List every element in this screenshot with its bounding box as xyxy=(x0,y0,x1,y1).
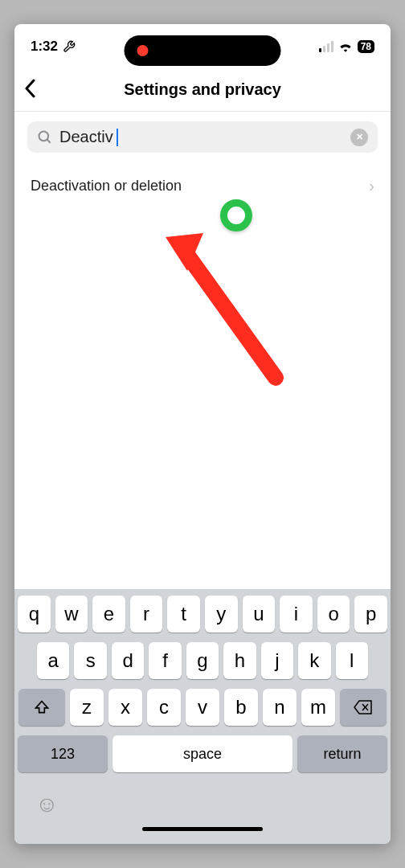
search-container: Deactiv ✕ xyxy=(14,112,391,162)
key-l[interactable]: l xyxy=(336,642,368,679)
dynamic-island xyxy=(125,35,281,66)
chevron-right-icon: › xyxy=(369,177,374,195)
key-o[interactable]: o xyxy=(317,596,350,633)
nav-header: Settings and privacy xyxy=(14,68,391,112)
space-key[interactable]: space xyxy=(112,735,292,772)
key-e[interactable]: e xyxy=(92,596,125,633)
back-button[interactable] xyxy=(24,76,35,104)
key-x[interactable]: x xyxy=(108,689,142,726)
key-m[interactable]: m xyxy=(301,689,335,726)
annotation-arrow-icon xyxy=(159,221,296,398)
status-time-area: 1:32 xyxy=(31,39,76,55)
battery-level: 78 xyxy=(361,41,371,52)
key-s[interactable]: s xyxy=(74,642,106,679)
key-k[interactable]: k xyxy=(298,642,330,679)
key-c[interactable]: c xyxy=(147,689,181,726)
key-n[interactable]: n xyxy=(263,689,297,726)
numbers-key[interactable]: 123 xyxy=(18,735,108,772)
return-key[interactable]: return xyxy=(297,735,387,772)
tools-icon xyxy=(63,40,76,53)
status-bar: 1:32 78 xyxy=(14,24,391,68)
clear-search-button[interactable]: ✕ xyxy=(350,129,368,146)
key-y[interactable]: y xyxy=(205,596,238,633)
key-q[interactable]: q xyxy=(18,596,51,633)
keyboard-row-3: z x c v b n m xyxy=(18,689,387,726)
key-f[interactable]: f xyxy=(149,642,181,679)
search-result-deactivation[interactable]: Deactivation or deletion › xyxy=(14,162,391,210)
backspace-icon xyxy=(354,700,373,714)
emoji-button[interactable]: ☺ xyxy=(35,792,59,817)
key-g[interactable]: g xyxy=(186,642,219,679)
cellular-signal-icon xyxy=(319,41,333,52)
svg-marker-4 xyxy=(166,233,203,271)
key-d[interactable]: d xyxy=(112,642,144,679)
annotation-highlight-circle xyxy=(220,199,252,231)
key-w[interactable]: w xyxy=(55,596,88,633)
keyboard-row-1: q w e r t y u i o p xyxy=(18,596,387,633)
search-icon xyxy=(37,129,53,145)
key-v[interactable]: v xyxy=(186,689,219,726)
key-b[interactable]: b xyxy=(224,689,258,726)
phone-screen: 1:32 78 Settings and privacy Deactiv ✕ xyxy=(14,24,391,844)
svg-point-0 xyxy=(39,131,49,141)
text-cursor xyxy=(117,129,118,146)
key-h[interactable]: h xyxy=(223,642,256,679)
key-u[interactable]: u xyxy=(243,596,276,633)
key-t[interactable]: t xyxy=(167,596,200,633)
page-title: Settings and privacy xyxy=(124,80,281,99)
status-time: 1:32 xyxy=(31,39,58,55)
svg-line-3 xyxy=(183,249,276,378)
recording-indicator-icon xyxy=(137,45,149,56)
search-input[interactable]: Deactiv xyxy=(59,128,113,146)
home-indicator[interactable] xyxy=(142,827,263,831)
key-p[interactable]: p xyxy=(354,596,387,633)
keyboard-row-4: 123 space return xyxy=(18,735,387,772)
key-j[interactable]: j xyxy=(261,642,293,679)
keyboard-bottom-row: ☺ xyxy=(18,777,387,827)
key-z[interactable]: z xyxy=(70,689,104,726)
status-right: 78 xyxy=(319,40,374,53)
backspace-key[interactable] xyxy=(340,689,387,726)
wifi-icon xyxy=(338,41,353,52)
key-a[interactable]: a xyxy=(37,642,69,679)
key-i[interactable]: i xyxy=(280,596,313,633)
result-label: Deactivation or deletion xyxy=(31,178,182,194)
shift-icon xyxy=(34,699,50,715)
battery-indicator: 78 xyxy=(358,40,374,53)
search-box[interactable]: Deactiv ✕ xyxy=(27,121,378,153)
key-r[interactable]: r xyxy=(130,596,163,633)
shift-key[interactable] xyxy=(18,689,65,726)
keyboard-row-2: a s d f g h j k l xyxy=(18,642,387,679)
svg-line-1 xyxy=(47,139,51,142)
soft-keyboard: q w e r t y u i o p a s d f g h j k l z xyxy=(14,589,391,844)
